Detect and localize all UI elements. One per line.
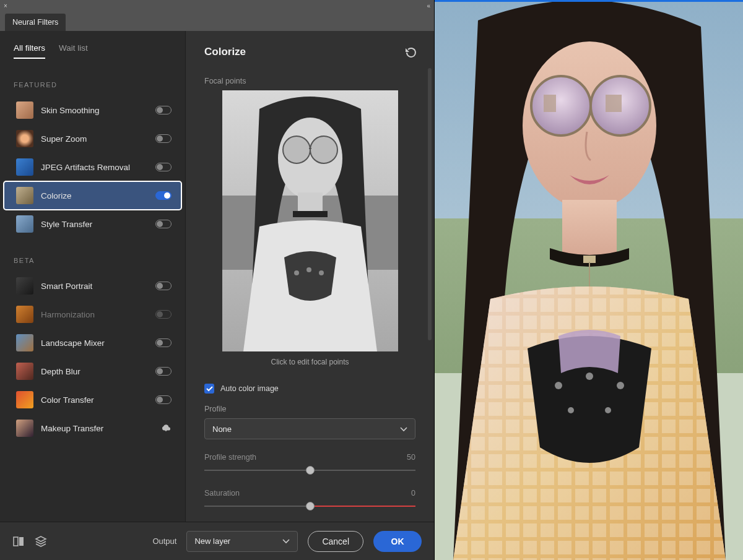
focal-point-preview[interactable] [222,90,398,351]
profile-value: None [212,424,232,434]
filter-super-zoom[interactable]: Super Zoom [4,124,181,153]
focal-points-label: Focal points [204,77,415,85]
focal-caption: Click to edit focal points [204,358,415,366]
preview-compare-icon[interactable] [12,535,25,548]
filter-makeup-transfer[interactable]: Makeup Transfer [4,414,181,442]
toggle[interactable] [155,395,172,404]
filter-label: Colorize [41,191,148,200]
filter-skin-smoothing[interactable]: Skin Smoothing [4,96,181,124]
profile-label: Profile [204,405,415,413]
filter-smart-portrait[interactable]: Smart Portrait [4,272,181,300]
layers-icon[interactable] [35,535,47,548]
section-beta-label: BETA [0,238,185,272]
filter-label: Depth Blur [41,367,148,376]
neural-filters-panel: × « Neural Filters All filters Wait list… [0,0,435,560]
reset-icon[interactable] [404,47,418,61]
filter-label: Style Transfer [41,220,148,229]
thumb-icon [16,277,33,295]
svg-point-28 [586,373,593,380]
panel-tab-row: Neural Filters [0,11,434,31]
profile-strength-slider[interactable] [204,465,415,475]
toggle[interactable] [155,163,172,171]
section-featured-label: FEATURED [0,62,185,96]
tab-wait-list[interactable]: Wait list [59,43,88,59]
svg-point-9 [306,267,311,272]
filter-list: All filters Wait list FEATURED Skin Smoo… [0,31,186,522]
thumb-icon [16,420,33,437]
output-value: New layer [194,536,230,546]
scrollbar[interactable] [428,68,432,340]
document-canvas[interactable] [435,0,743,560]
output-label: Output [152,536,176,546]
svg-point-4 [310,136,337,163]
cancel-button[interactable]: Cancel [308,531,363,552]
svg-point-19 [531,76,591,136]
filter-label: Harmonization [41,310,148,319]
filter-label: Color Transfer [41,395,148,405]
filter-settings: Colorize Focal points [186,31,434,522]
profile-select[interactable]: None [204,418,415,439]
toggle[interactable] [155,134,172,143]
svg-point-31 [605,407,611,413]
saturation-label: Saturation [204,489,240,498]
svg-rect-12 [19,537,24,546]
thumb-icon [16,158,33,176]
tab-all-filters[interactable]: All filters [14,43,45,59]
filter-label: JPEG Artifacts Removal [41,163,148,172]
collapse-icon[interactable]: « [427,2,430,9]
svg-rect-23 [606,95,622,112]
toggle[interactable] [155,310,172,319]
svg-point-30 [568,407,574,413]
toggle[interactable] [155,191,172,200]
svg-rect-22 [544,95,556,112]
auto-color-label: Auto color image [220,384,279,393]
toggle[interactable] [155,367,172,376]
toggle[interactable] [155,106,172,114]
svg-point-3 [283,136,310,163]
auto-color-checkbox[interactable] [204,384,214,394]
filter-label: Landscape Mixer [41,338,148,348]
thumb-icon [16,334,33,351]
output-select[interactable]: New layer [186,531,298,552]
panel-tab-neural-filters[interactable]: Neural Filters [5,14,66,31]
thumb-icon [16,363,33,380]
saturation-value: 0 [411,489,415,498]
filter-depth-blur[interactable]: Depth Blur [4,357,181,386]
filter-jpeg-artifacts-removal[interactable]: JPEG Artifacts Removal [4,153,181,181]
profile-strength-value: 50 [407,453,415,462]
thumb-icon [16,391,33,408]
ok-button[interactable]: OK [373,531,422,552]
thumb-icon [16,130,33,147]
svg-point-29 [617,382,624,389]
svg-point-27 [555,382,562,389]
filter-label: Smart Portrait [41,282,148,291]
filter-color-transfer[interactable]: Color Transfer [4,386,181,414]
toggle[interactable] [155,220,172,228]
download-icon[interactable] [160,424,172,433]
filter-colorize[interactable]: Colorize [4,181,181,210]
settings-title: Colorize [204,46,415,58]
filter-harmonization[interactable]: Harmonization [4,300,181,329]
saturation-slider[interactable] [204,501,415,511]
filter-label: Makeup Transfer [41,424,153,433]
thumb-icon [16,187,33,204]
profile-strength-label: Profile strength [204,453,256,462]
svg-rect-7 [293,211,328,217]
chevron-down-icon [282,536,290,546]
filter-label: Skin Smoothing [41,106,148,115]
toggle[interactable] [155,338,172,347]
chevron-down-icon [400,424,407,434]
filter-label: Super Zoom [41,134,148,144]
svg-point-8 [294,270,299,275]
panel-footer: Output New layer Cancel OK [0,522,434,560]
close-icon[interactable]: × [4,2,7,9]
panel-header: × « [0,0,434,11]
thumb-icon [16,215,33,233]
thumb-icon [16,306,33,323]
svg-rect-11 [14,537,18,546]
svg-rect-24 [562,200,617,256]
toggle[interactable] [155,282,172,290]
filter-style-transfer[interactable]: Style Transfer [4,210,181,238]
filter-landscape-mixer[interactable]: Landscape Mixer [4,329,181,357]
svg-point-10 [319,270,324,275]
